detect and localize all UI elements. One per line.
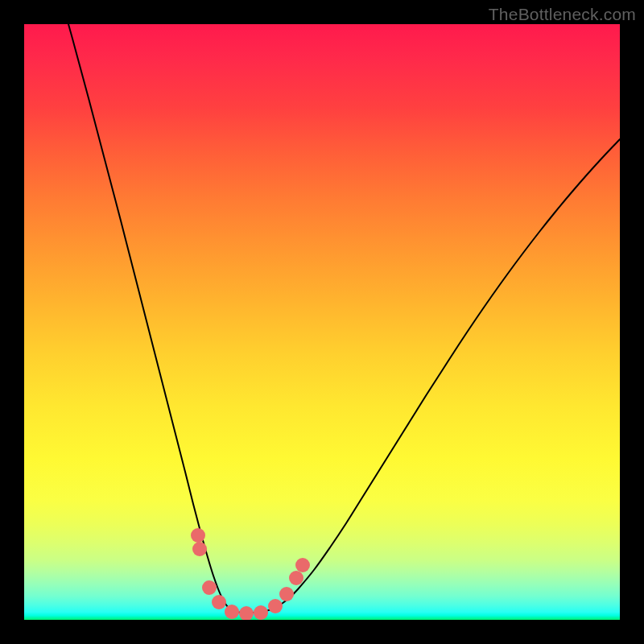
bottleneck-curve bbox=[68, 24, 620, 613]
marker-floor-3 bbox=[254, 605, 268, 620]
marker-left-upper bbox=[191, 528, 205, 543]
marker-left-base-1 bbox=[202, 580, 217, 595]
marker-left-lower bbox=[192, 542, 207, 556]
plot-area bbox=[24, 24, 620, 620]
data-markers bbox=[191, 528, 310, 620]
watermark-label: TheBottleneck.com bbox=[489, 5, 636, 24]
marker-right-base bbox=[268, 599, 283, 613]
marker-right-upper bbox=[289, 571, 303, 585]
marker-right-lower bbox=[279, 587, 294, 601]
marker-floor-1 bbox=[225, 605, 239, 619]
chart-frame: TheBottleneck.com bbox=[0, 0, 644, 644]
curve-layer bbox=[24, 24, 620, 620]
marker-left-base-2 bbox=[212, 595, 226, 609]
marker-right-top bbox=[295, 558, 310, 572]
marker-floor-2 bbox=[239, 606, 254, 620]
